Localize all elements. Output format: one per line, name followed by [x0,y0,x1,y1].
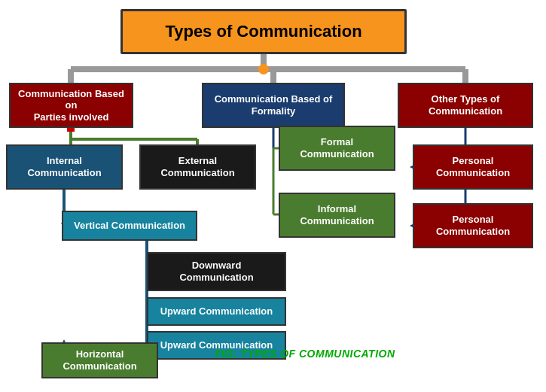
vertical-label: Vertical Communication [74,220,185,232]
internal-label: InternalCommunication [27,155,101,178]
external-box: External Communication [139,144,256,190]
personal1-box: PersonalCommunication [413,144,533,190]
downward-box: DownwardCommunication [147,252,286,291]
diagram: Types of Communication Communication Bas… [0,0,546,392]
root-label: Types of Communication [165,22,361,41]
formal-box: FormalCommunication [279,126,395,171]
svg-point-5 [258,64,269,74]
upward1-box: Upward Communication [147,297,286,326]
personal1-label: PersonalCommunication [436,155,510,178]
horizontal-label: HorizontalCommunication [63,348,136,372]
personal2-box: PersonalCommunication [413,203,533,248]
internal-box: InternalCommunication [6,144,123,190]
personal2-label: PersonalCommunication [436,214,510,237]
other-label: Other Types ofCommunication [429,93,502,117]
horizontal-box: HorizontalCommunication [41,342,158,378]
parties-label: Communication Based onParties involved [15,88,127,123]
formality-label: Communication Based ofFormality [215,93,333,117]
informal-label: InformalCommunication [300,203,374,226]
parties-box: Communication Based onParties involved [9,83,133,128]
root-box: Types of Communication [120,9,407,54]
upward1-label: Upward Communication [160,305,273,318]
informal-box: InformalCommunication [279,193,395,238]
caption: Fig: Types of Communication [215,348,395,360]
other-box: Other Types ofCommunication [398,83,533,128]
external-label: External Communication [145,155,250,178]
caption-text: Fig: Types of Communication [215,348,395,360]
vertical-box: Vertical Communication [62,211,197,241]
downward-label: DownwardCommunication [179,260,253,283]
formal-label: FormalCommunication [300,136,374,160]
formality-box: Communication Based ofFormality [202,83,345,128]
